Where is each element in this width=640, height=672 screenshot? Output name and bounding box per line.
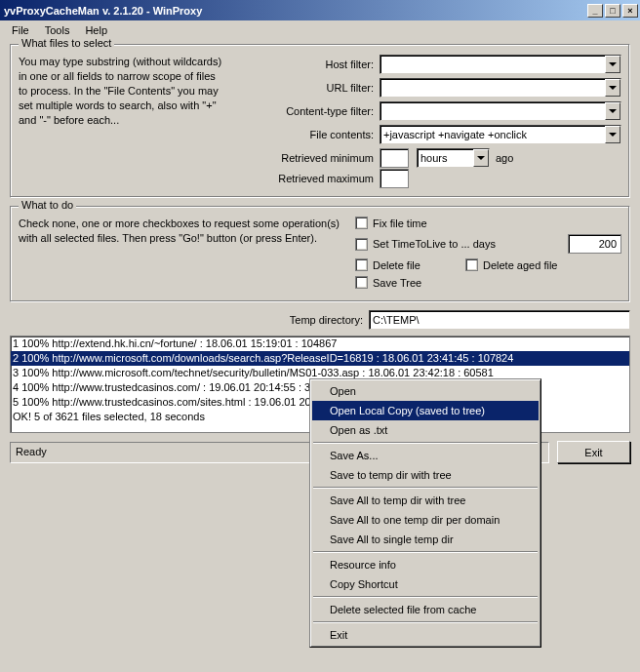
context-menu: Open Open Local Copy (saved to tree) Ope…	[309, 378, 541, 648]
ctx-open-local-copy[interactable]: Open Local Copy (saved to tree)	[312, 401, 539, 420]
retmin-input[interactable]	[380, 148, 409, 168]
chevron-down-icon[interactable]	[473, 149, 489, 167]
delete-file-checkbox[interactable]	[355, 258, 368, 271]
list-item-selected[interactable]: 2 100% http://www.microsoft.com/download…	[11, 351, 629, 366]
exit-button[interactable]: Exit	[557, 441, 630, 463]
ctx-save-as[interactable]: Save As...	[312, 446, 539, 465]
menu-tools[interactable]: Tools	[37, 22, 78, 38]
fix-file-time-label: Fix file time	[373, 217, 427, 229]
time-unit-combo[interactable]: hours	[417, 148, 490, 168]
menu-separator	[313, 621, 538, 623]
menu-separator	[313, 596, 538, 598]
ctx-save-tree[interactable]: Save to temp dir with tree	[312, 465, 539, 485]
ctx-open-as-txt[interactable]: Open as .txt	[312, 420, 539, 440]
retmax-label: Retrieved maximum	[233, 173, 380, 184]
fix-file-time-checkbox[interactable]	[355, 217, 368, 229]
save-tree-label: Save Tree	[373, 277, 421, 289]
chevron-down-icon[interactable]	[605, 79, 620, 97]
ctx-saveall-domain[interactable]: Save All to one temp dir per domain	[312, 510, 539, 530]
ttl-days-input[interactable]	[568, 234, 621, 254]
ago-label: ago	[490, 152, 513, 164]
menu-separator	[313, 442, 538, 444]
minimize-button[interactable]: _	[587, 4, 603, 18]
menu-separator	[313, 551, 538, 553]
ctx-saveall-single[interactable]: Save All to single temp dir	[312, 530, 539, 549]
ctx-open[interactable]: Open	[312, 381, 539, 401]
group-select-legend: What files to select	[19, 37, 114, 49]
delete-aged-label: Delete aged file	[483, 259, 557, 271]
ctx-copy-shortcut[interactable]: Copy Shortcut	[312, 574, 539, 594]
ctype-filter-label: Content-type filter:	[233, 105, 380, 117]
temp-dir-input[interactable]	[369, 310, 630, 330]
menu-separator	[313, 487, 538, 489]
menu-file[interactable]: File	[4, 22, 37, 38]
ctx-exit[interactable]: Exit	[312, 625, 539, 645]
select-help-text: You may type substring (without wildcard…	[19, 55, 233, 189]
ctype-filter-combo[interactable]	[380, 101, 621, 121]
retmin-label: Retrieved minimum	[233, 152, 380, 164]
maximize-button[interactable]: □	[605, 4, 620, 18]
retmax-input[interactable]	[380, 169, 409, 188]
file-contents-combo[interactable]: +javascript +navigate +onclick	[380, 125, 621, 144]
ctx-delete-selected[interactable]: Delete selected file from cache	[312, 600, 539, 619]
url-filter-label: URL filter:	[233, 82, 380, 94]
titlebar-title: yvProxyCacheMan v. 2.1.20 - WinProxy	[4, 5, 202, 17]
menu-help[interactable]: Help	[77, 22, 115, 38]
titlebar: yvProxyCacheMan v. 2.1.20 - WinProxy _ □…	[0, 0, 640, 20]
list-item[interactable]: 1 100% http://extend.hk.hi.cn/~fortune/ …	[11, 336, 629, 351]
close-button[interactable]: ×	[622, 4, 638, 18]
host-filter-label: Host filter:	[233, 59, 380, 70]
url-filter-combo[interactable]	[380, 78, 621, 98]
save-tree-checkbox[interactable]	[355, 276, 368, 289]
group-select-files: What files to select You may type substr…	[10, 44, 630, 198]
ctx-saveall-tree[interactable]: Save All to temp dir with tree	[312, 491, 539, 510]
host-filter-combo[interactable]	[380, 55, 621, 74]
ttl-checkbox[interactable]	[355, 238, 368, 251]
delete-aged-checkbox[interactable]	[465, 258, 478, 271]
fc-label: File contents:	[233, 129, 380, 140]
ctx-resource-info[interactable]: Resource info	[312, 555, 539, 574]
ttl-label: Set TimeToLive to ... days	[373, 238, 568, 250]
group-what-to-do: What to do Check none, one or more check…	[10, 206, 630, 302]
chevron-down-icon[interactable]	[605, 102, 620, 120]
chevron-down-icon[interactable]	[605, 126, 620, 143]
temp-dir-label: Temp directory:	[290, 314, 363, 326]
todo-help-text: Check none, one or more checkboxes to re…	[19, 217, 355, 294]
chevron-down-icon[interactable]	[605, 56, 620, 73]
delete-file-label: Delete file	[373, 259, 465, 271]
group-todo-legend: What to do	[19, 199, 76, 211]
